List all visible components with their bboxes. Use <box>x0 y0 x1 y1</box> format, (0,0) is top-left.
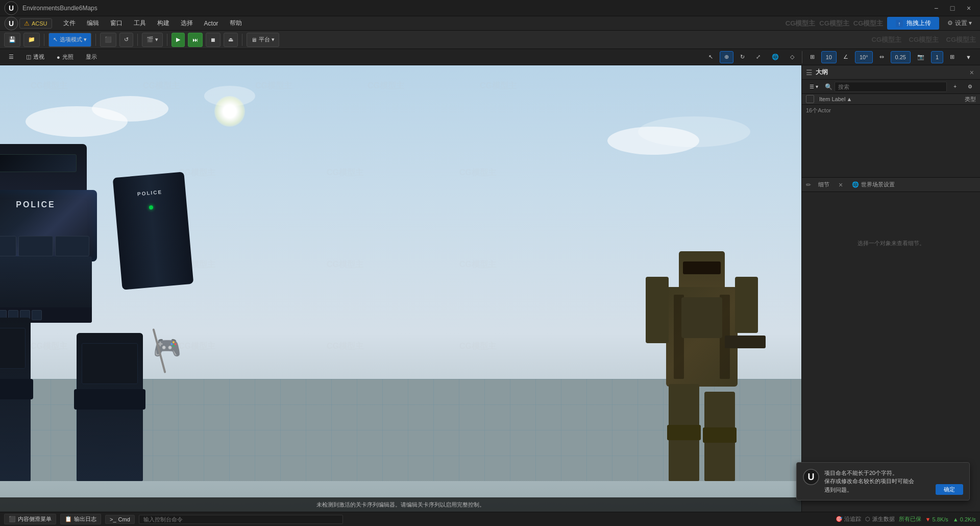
scale-toggle[interactable]: ⇔ <box>875 51 889 63</box>
world-settings-tab[interactable]: 🌐 世界场景设置 <box>848 180 899 189</box>
grid-view-btn[interactable]: ⊞ <box>945 51 959 63</box>
wm-4: CG模型主 <box>368 81 404 91</box>
details-panel: ✏ 细节 × 🌐 世界场景设置 选择一个对象来查看细节。 <box>802 178 980 512</box>
soldier-left-arm <box>646 277 669 343</box>
soldier-weapon <box>725 336 766 348</box>
sequence-button[interactable]: 🎬 ▾ <box>142 33 163 47</box>
cmd-button[interactable]: >_ Cmd <box>105 515 135 524</box>
drawer-icon: ⬛ <box>9 516 16 522</box>
bottom-bar: ⬛ 内容侧滑菜单 📋 输出日志 >_ Cmd 🎯 沿追踪 ⬡ 派生数据 所有已保… <box>0 512 980 526</box>
play-button[interactable]: ▶ <box>172 33 185 47</box>
outline-close-button[interactable]: × <box>968 68 976 77</box>
outline-settings-btn[interactable]: ⚙ <box>963 81 977 93</box>
output-log-button[interactable]: 📋 输出日志 <box>60 514 101 524</box>
upload-button[interactable]: ↑ 拖拽上传 <box>887 17 939 30</box>
select-mode-label: 选项模式 ▾ <box>60 36 87 43</box>
menu-select[interactable]: 选择 <box>176 17 198 29</box>
close-button[interactable]: × <box>962 3 976 14</box>
wm-17: CG模型主 <box>459 341 496 352</box>
select-mode-button[interactable]: ↖ 选项模式 ▾ <box>48 33 91 47</box>
cmd-label: Cmd <box>118 516 130 522</box>
maximize-button[interactable]: □ <box>945 3 960 14</box>
scale-btn[interactable]: ⤢ <box>751 51 765 63</box>
details-close-button[interactable]: × <box>837 181 845 189</box>
grid-toggle[interactable]: ⊞ <box>805 51 819 63</box>
translate-btn[interactable]: ⊕ <box>720 51 733 63</box>
soldier-left-leg <box>669 384 699 481</box>
perspective-button[interactable]: ◫ 透视 <box>21 51 49 63</box>
upload-label: 拖拽上传 <box>906 19 931 28</box>
open-button[interactable]: 📁 <box>23 33 40 47</box>
outline-add-btn[interactable]: + <box>949 81 961 93</box>
lighting-button[interactable]: ● 光照 <box>52 51 78 63</box>
view-options-btn[interactable]: ▼ <box>961 51 976 63</box>
saved-indicator: 所有已保 <box>899 515 921 523</box>
minimize-button[interactable]: − <box>929 3 943 14</box>
mech-chest: POLICE <box>0 190 97 261</box>
window-controls: − □ × <box>929 3 976 14</box>
console-input[interactable] <box>139 515 343 524</box>
camera-toggle[interactable]: 📷 <box>913 51 929 63</box>
platform-icon: 🖥 <box>251 37 257 43</box>
world-settings-label: 世界场景设置 <box>861 181 895 188</box>
item-label-col-text: Item Label <box>819 96 845 102</box>
mech-abdomen <box>0 256 92 323</box>
wm-8: CG模型主 <box>327 168 363 178</box>
show-button[interactable]: 显示 <box>81 51 102 63</box>
details-tab[interactable]: 细节 <box>814 180 834 189</box>
mech-visor <box>0 154 77 172</box>
hamburger-button[interactable]: ☰ <box>4 51 18 63</box>
angle-toggle[interactable]: ∠ <box>839 51 853 63</box>
transform-button[interactable]: ⬛ <box>100 33 116 47</box>
separator-4 <box>167 34 167 46</box>
rotate-button[interactable]: ↺ <box>119 33 133 47</box>
menu-edit[interactable]: 编辑 <box>82 17 104 29</box>
camera-value: 1 <box>931 51 943 63</box>
world-btn[interactable]: 🌐 <box>767 51 783 63</box>
separator-5 <box>242 34 242 46</box>
notification-ok-button[interactable]: 确定 <box>936 484 963 495</box>
down-arrow-icon: ▼ <box>925 516 931 522</box>
menu-file[interactable]: 文件 <box>58 17 81 29</box>
mech-left-leg <box>0 318 31 481</box>
viewport-status-bar: 未检测到激活的关卡序列编辑器。请编辑关卡序列以启用完整控制。 <box>0 497 801 512</box>
acsu-badge: ⚠ ACSU <box>19 18 52 29</box>
viewport[interactable]: CG模型主 CG模型主 CG模型主 CG模型主 CG模型主 CG模型主 CG模型… <box>0 65 801 512</box>
cloud-4 <box>638 116 750 147</box>
item-label-column: Item Label ▲ <box>819 96 852 102</box>
play-from-here-button[interactable]: ⏭ <box>188 33 203 47</box>
viewport-status-message: 未检测到激活的关卡序列编辑器。请编辑关卡序列以启用完整控制。 <box>316 501 485 509</box>
cursor-mode-btn[interactable]: ↖ <box>704 51 718 63</box>
outline-search-input[interactable] <box>835 82 947 92</box>
rotate-btn[interactable]: ↻ <box>736 51 749 63</box>
details-header: ✏ 细节 × 🌐 世界场景设置 <box>802 178 980 192</box>
menu-tools[interactable]: 工具 <box>129 17 151 29</box>
content-drawer-button[interactable]: ⬛ 内容侧滑菜单 <box>4 514 56 524</box>
wm-16: CG模型主 <box>327 341 363 352</box>
title-bar: U EnvironmentsBundle6Maps − □ × <box>0 0 980 16</box>
knee-left <box>0 379 33 399</box>
scale-value: 0.25 <box>891 51 911 63</box>
eject-button[interactable]: ⏏ <box>224 33 238 47</box>
save-button[interactable]: 💾 <box>4 33 20 47</box>
menu-window[interactable]: 窗口 <box>105 17 128 29</box>
wm-2: CG模型主 <box>143 81 180 91</box>
menu-help[interactable]: 帮助 <box>225 17 247 29</box>
surface-btn[interactable]: ◇ <box>786 51 799 63</box>
menu-actor[interactable]: Actor <box>199 18 224 29</box>
content-drawer-label: 内容侧滑菜单 <box>18 515 52 523</box>
details-tab-label: 细节 <box>818 181 829 188</box>
outline-filter-btn[interactable]: ☰ ▾ <box>805 81 823 93</box>
wm-5: CG模型主 <box>480 81 517 91</box>
menu-build[interactable]: 构建 <box>152 17 175 29</box>
details-empty-state: 选择一个对象来查看细节。 <box>802 192 980 294</box>
outline-header: ☰ 大纲 × <box>802 65 980 80</box>
outline-title: 大纲 <box>816 68 965 77</box>
platform-button[interactable]: 🖥 平台 ▾ <box>247 33 279 47</box>
mech-right-arm: POLICE <box>113 172 194 290</box>
eye-column-icon <box>806 95 814 103</box>
wm-12: CG模型主 <box>327 259 363 270</box>
stop-button[interactable]: ⏹ <box>206 33 220 47</box>
svg-text:U: U <box>9 19 14 28</box>
settings-button[interactable]: ⚙ 设置 ▾ <box>943 17 976 30</box>
